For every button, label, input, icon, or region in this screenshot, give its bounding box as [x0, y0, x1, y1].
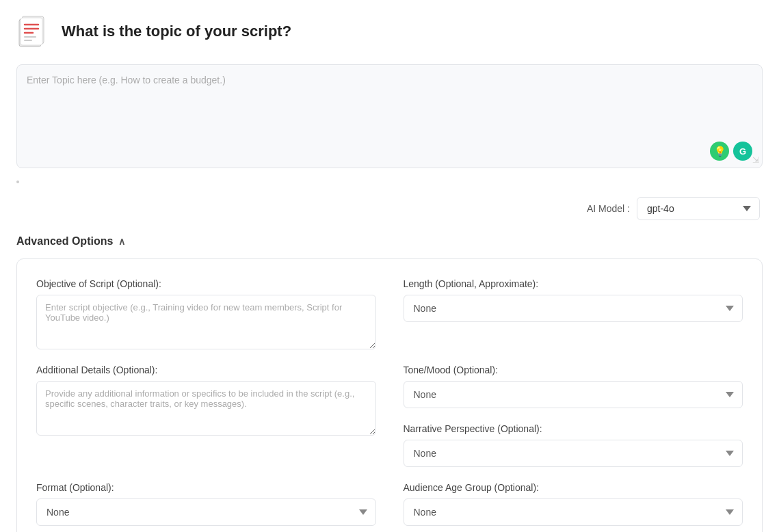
lightbulb-button[interactable]: 💡 — [710, 142, 729, 161]
length-select-wrapper: None Short (1-2 min) Medium (3-5 min) Lo… — [404, 295, 743, 322]
narrative-perspective-label: Narrative Perspective (Optional): — [404, 423, 743, 434]
advanced-options-label: Advanced Options — [16, 235, 113, 248]
tone-mood-group: Tone/Mood (Optional): None Professional … — [404, 364, 743, 467]
advanced-options-grid: Objective of Script (Optional): Length (… — [36, 278, 743, 526]
ai-model-select[interactable]: gpt-4o gpt-3.5-turbo gpt-4 — [637, 197, 760, 220]
advanced-options-panel: Objective of Script (Optional): Length (… — [16, 258, 763, 532]
objective-label: Objective of Script (Optional): — [36, 278, 376, 289]
chevron-up-icon: ∧ — [118, 236, 125, 247]
format-group: Format (Optional): None Dialogue Monolog… — [36, 482, 376, 526]
length-select[interactable]: None Short (1-2 min) Medium (3-5 min) Lo… — [404, 295, 743, 322]
additional-details-group: Additional Details (Optional): — [36, 364, 376, 467]
grammarly-button[interactable]: G — [733, 142, 752, 161]
topic-input-wrapper: 💡 G ⇲ — [16, 64, 763, 168]
length-label: Length (Optional, Approximate): — [404, 278, 743, 289]
advanced-options-toggle[interactable]: Advanced Options ∧ — [16, 235, 763, 248]
page-title: What is the topic of your script? — [62, 23, 291, 40]
tone-mood-select-wrapper: None Professional Casual Humorous Seriou… — [404, 381, 743, 408]
script-icon — [16, 14, 52, 49]
topic-textarea[interactable] — [27, 75, 752, 136]
narrative-perspective-select[interactable]: None First Person Second Person Third Pe… — [404, 440, 743, 467]
narrative-perspective-select-wrapper: None First Person Second Person Third Pe… — [404, 440, 743, 467]
audience-age-label: Audience Age Group (Optional): — [404, 482, 743, 493]
format-select[interactable]: None Dialogue Monologue Narration — [36, 498, 376, 526]
objective-group: Objective of Script (Optional): — [36, 278, 376, 349]
page-header: What is the topic of your script? — [16, 14, 763, 49]
audience-age-select-wrapper: None Children Teens Adults Seniors — [404, 498, 743, 526]
tone-mood-select[interactable]: None Professional Casual Humorous Seriou… — [404, 381, 743, 408]
format-label: Format (Optional): — [36, 482, 376, 493]
audience-age-group: Audience Age Group (Optional): None Chil… — [404, 482, 743, 526]
objective-textarea[interactable] — [36, 295, 376, 349]
length-group: Length (Optional, Approximate): None Sho… — [404, 278, 743, 349]
ai-model-row: AI Model : gpt-4o gpt-3.5-turbo gpt-4 — [16, 197, 763, 220]
resize-handle: ⇲ — [752, 155, 759, 165]
additional-details-label: Additional Details (Optional): — [36, 364, 376, 375]
format-select-wrapper: None Dialogue Monologue Narration — [36, 498, 376, 526]
additional-details-textarea[interactable] — [36, 381, 376, 436]
ai-model-label: AI Model : — [587, 203, 630, 214]
dot-separator — [16, 181, 19, 183]
tone-mood-label: Tone/Mood (Optional): — [404, 364, 743, 375]
audience-age-select[interactable]: None Children Teens Adults Seniors — [404, 498, 743, 526]
textarea-icon-group: 💡 G — [27, 139, 752, 161]
